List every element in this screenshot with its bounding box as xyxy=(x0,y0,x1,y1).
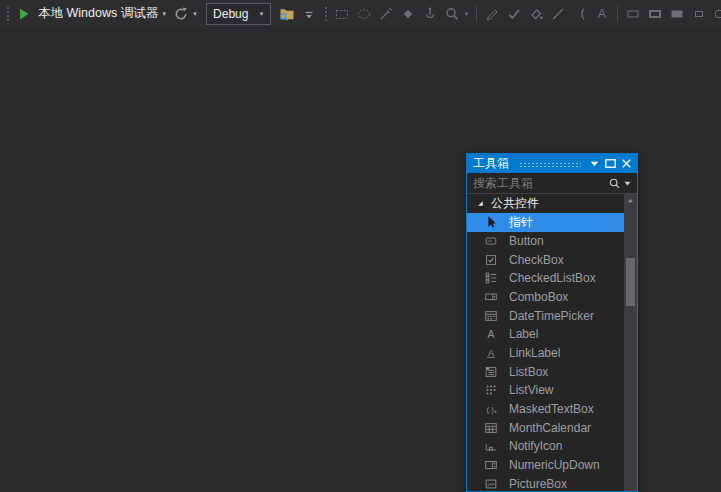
pencil-icon[interactable] xyxy=(481,3,503,25)
toolbox-item-label: PictureBox xyxy=(509,477,567,491)
toolbox-item-指针[interactable]: 指针 xyxy=(467,213,624,232)
solution-config-combobox[interactable]: Debug▼ xyxy=(206,3,271,25)
pictureBox-icon xyxy=(484,477,498,491)
pointer-icon xyxy=(484,215,498,229)
toolbar-overflow-icon xyxy=(301,6,317,22)
toolbox-item-ComboBox[interactable]: ComboBox xyxy=(467,288,624,307)
labelCtl-icon: A xyxy=(484,327,498,341)
window-position-icon[interactable] xyxy=(587,156,602,171)
debug-target-button[interactable]: 本地 Windows 调试器▼ xyxy=(35,3,170,25)
text-tool-icon[interactable]: A xyxy=(591,3,613,25)
svg-text:(.): (.) xyxy=(486,405,494,414)
checkedListBox-icon xyxy=(484,271,498,285)
lasso-select-icon xyxy=(356,6,372,22)
search-input[interactable] xyxy=(473,176,608,190)
chevron-down-icon: ▼ xyxy=(161,11,167,17)
folder-search-icon[interactable] xyxy=(276,3,298,25)
toolbox-item-label: DateTimePicker xyxy=(509,309,594,323)
scrollbar-thumb[interactable] xyxy=(626,258,635,306)
toolbox-item-ListBox[interactable]: ListBox xyxy=(467,362,624,381)
toolbox-titlebar[interactable]: 工具箱 xyxy=(467,154,637,173)
toolbox-title: 工具箱 xyxy=(473,155,509,172)
buttonCtl-icon xyxy=(484,234,498,248)
eraser-icon[interactable] xyxy=(397,3,419,25)
float-window-icon[interactable] xyxy=(603,156,618,171)
chevron-down-icon: ▼ xyxy=(258,11,264,17)
toolbox-item-Button[interactable]: Button xyxy=(467,232,624,251)
toolbox-item-DateTimePicker[interactable]: DateTimePicker xyxy=(467,306,624,325)
toolbox-item-Label[interactable]: ALabel xyxy=(467,325,624,344)
toolbox-item-CheckBox[interactable]: CheckBox xyxy=(467,250,624,269)
checkbox-icon xyxy=(484,253,498,267)
comboCtl-icon xyxy=(484,290,498,304)
arc-tool-icon xyxy=(572,6,588,22)
toolbar-grip[interactable] xyxy=(5,5,10,22)
search-options-chevron-icon[interactable] xyxy=(623,179,632,188)
zoom-tool-icon xyxy=(444,6,460,22)
toolbox-item-NotifyIcon[interactable]: NotifyIcon xyxy=(467,437,624,456)
line-tool-icon[interactable] xyxy=(547,3,569,25)
toolbox-item-label: Label xyxy=(509,327,538,341)
rounded-rect-icon xyxy=(713,6,721,22)
toolbox-item-label: ListBox xyxy=(509,365,548,379)
restart-icon[interactable]: ▼ xyxy=(170,3,201,25)
search-icon[interactable] xyxy=(608,177,621,190)
text-tool-icon: A xyxy=(594,6,610,22)
touch-icon[interactable] xyxy=(419,3,441,25)
lasso-select-icon[interactable] xyxy=(353,3,375,25)
touch-icon xyxy=(422,6,438,22)
brush-icon xyxy=(506,6,522,22)
eyedropper-icon xyxy=(378,6,394,22)
rounded-rect-icon[interactable] xyxy=(710,3,721,25)
eyedropper-icon[interactable] xyxy=(375,3,397,25)
line-tool-icon xyxy=(550,6,566,22)
toolbar-separator xyxy=(617,6,618,22)
square-outline-icon[interactable] xyxy=(688,3,710,25)
eraser-icon xyxy=(400,6,416,22)
toolbox-panel: 工具箱 公共控件 指针ButtonCheckBoxCheckedListBoxC… xyxy=(466,153,638,492)
section-header-common-controls[interactable]: 公共控件 xyxy=(467,194,624,213)
rect-outline-icon[interactable] xyxy=(622,3,644,25)
svg-text:A: A xyxy=(487,328,494,340)
listBoxCtl-icon xyxy=(484,365,498,379)
zoom-tool-icon[interactable]: ▼ xyxy=(441,3,472,25)
close-icon[interactable] xyxy=(619,156,634,171)
toolbox-item-ListView[interactable]: ListView xyxy=(467,381,624,400)
chevron-down-icon: ▼ xyxy=(463,11,469,17)
notifyIcon-icon xyxy=(484,439,498,453)
toolbox-item-LinkLabel[interactable]: ALinkLabel xyxy=(467,344,624,363)
arc-tool-icon[interactable] xyxy=(569,3,591,25)
solution-config-combobox-value: Debug xyxy=(213,7,248,21)
scroll-up-icon[interactable] xyxy=(625,196,636,206)
toolbox-item-label: CheckedListBox xyxy=(509,271,596,285)
rect-filled-icon[interactable] xyxy=(666,3,688,25)
toolbox-item-MonthCalendar[interactable]: MonthCalendar xyxy=(467,418,624,437)
toolbox-item-NumericUpDown[interactable]: NumericUpDown xyxy=(467,456,624,475)
ide-window: 本地 Windows 调试器▼▼Debug▼▼Aopt▼ 工具箱 公共控件 指针… xyxy=(0,0,721,492)
toolbox-scrollbar[interactable] xyxy=(624,194,637,491)
toolbar-separator xyxy=(476,6,477,22)
dateTimePicker-icon xyxy=(484,309,498,323)
monthCalendar-icon xyxy=(484,421,498,435)
toolbar-grip[interactable] xyxy=(323,5,328,22)
fill-bucket-icon[interactable] xyxy=(525,3,547,25)
brush-icon[interactable] xyxy=(503,3,525,25)
toolbox-item-PictureBox[interactable]: PictureBox xyxy=(467,474,624,491)
numericUpDown-icon xyxy=(484,458,498,472)
square-outline-icon xyxy=(691,6,707,22)
toolbox-item-label: 指针 xyxy=(509,214,533,231)
toolbox-body: 公共控件 指针ButtonCheckBoxCheckedListBoxCombo… xyxy=(467,194,637,491)
toolbox-item-MaskedTextBox[interactable]: (.)MaskedTextBox xyxy=(467,400,624,419)
debug-target-button-label: 本地 Windows 调试器 xyxy=(38,5,158,22)
rect-bold-icon[interactable] xyxy=(644,3,666,25)
toolbar-overflow-icon[interactable] xyxy=(298,3,320,25)
marquee-select-icon xyxy=(334,6,350,22)
section-expanded-icon xyxy=(476,199,485,208)
toolbox-item-label: ComboBox xyxy=(509,290,568,304)
start-debug-play-icon[interactable] xyxy=(13,3,35,25)
marquee-select-icon[interactable] xyxy=(331,3,353,25)
toolbox-item-label: ListView xyxy=(509,383,553,397)
titlebar-grip[interactable] xyxy=(519,162,581,167)
toolbox-item-label: LinkLabel xyxy=(509,346,560,360)
toolbox-item-CheckedListBox[interactable]: CheckedListBox xyxy=(467,269,624,288)
